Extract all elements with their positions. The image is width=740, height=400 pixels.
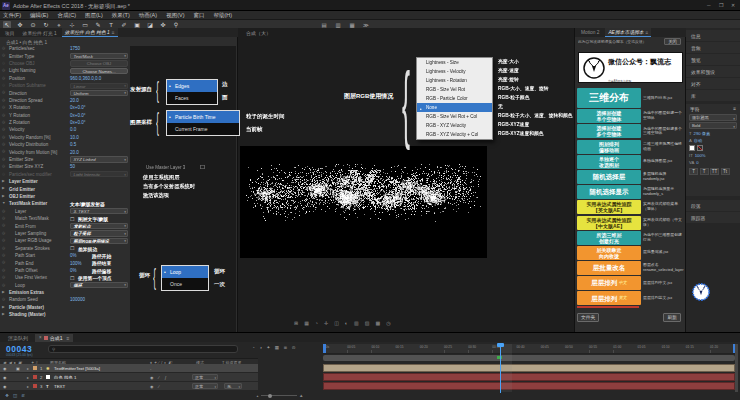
property-dropdown[interactable]: XYZ Linked▾ [70, 156, 128, 162]
wechat-banner[interactable]: 微信公众号：飘流志 分享AE脚本与教程 [578, 52, 683, 83]
property-value[interactable]: 1750 [70, 46, 80, 51]
snapshot-icon[interactable]: ◫ [334, 320, 339, 326]
twirl-icon[interactable] [2, 179, 5, 183]
script-button[interactable]: 随机选择显示 [577, 185, 641, 199]
twirl-icon[interactable] [2, 209, 5, 213]
notice-close-button[interactable]: 关闭 [664, 38, 681, 45]
property-dropdown[interactable]: 发射起点▾ [70, 223, 128, 229]
script-button[interactable]: 随机选择层 [577, 170, 641, 184]
master-layer-checkbox[interactable]: ☐ [200, 164, 205, 170]
property-dropdown[interactable]: Text/Mask▾ [70, 53, 128, 59]
property-value[interactable]: 20.0 [70, 98, 79, 103]
property-value[interactable]: 0.0 [70, 127, 76, 132]
tab-motion2[interactable]: Motion 2 [578, 29, 602, 36]
in-out-columns-icon[interactable]: ≋ [21, 393, 25, 398]
zoom-out-icon[interactable]: ▲ [256, 394, 259, 398]
menu-option[interactable]: •RGB - Particle Color [417, 94, 492, 103]
crosshair-icon[interactable]: ✛ [324, 320, 328, 326]
time-icon[interactable]: ◷ [386, 320, 390, 326]
panel-menu-icon[interactable]: ≡ [112, 30, 115, 35]
menu-option[interactable]: •Lightness - Rotation [417, 76, 492, 85]
twirl-icon[interactable] [2, 216, 5, 220]
property-button[interactable]: Choose Names... [70, 68, 128, 74]
property-checkbox[interactable]: ☐ [70, 245, 74, 251]
property-dropdown[interactable]: Linear▾ [70, 83, 128, 89]
twirl-icon[interactable] [2, 312, 5, 316]
menu-item[interactable]: 图层(L) [85, 12, 103, 19]
search-layers-icon[interactable]: ⊙ [292, 345, 296, 350]
twirl-icon[interactable] [2, 297, 5, 301]
dock-panel-header[interactable]: 信息 [686, 30, 740, 41]
twirl-icon[interactable] [2, 46, 5, 50]
dock-panel-header[interactable]: 音频 [686, 42, 740, 53]
font-style-select[interactable]: Bold [689, 122, 737, 129]
property-value[interactable]: 0x+0.0° [70, 113, 85, 118]
fill-color-swatch[interactable] [689, 145, 695, 151]
property-checkbox[interactable]: ☐ [70, 275, 74, 281]
menu-option[interactable]: •Edges [167, 80, 217, 92]
property-value[interactable]: 0% [70, 268, 77, 273]
layer-duration-bar[interactable] [323, 373, 735, 381]
dock-panel-header[interactable]: 对齐 [686, 78, 740, 89]
channels-icon[interactable]: ◐ [345, 320, 348, 326]
twirl-icon[interactable] [2, 194, 5, 198]
twirl-icon[interactable] [2, 253, 5, 257]
property-value[interactable]: 960.0,360.0,0.0 [70, 76, 101, 81]
menu-item[interactable]: 视图(V) [166, 12, 184, 19]
twirl-icon[interactable] [2, 142, 5, 146]
twirl-icon[interactable] [2, 157, 5, 161]
script-button[interactable]: 层批量改名 [577, 261, 641, 275]
tab-script-market[interactable]: AE脚本市场脚本≡ [605, 28, 651, 37]
tab-project[interactable]: 项目 [2, 29, 18, 37]
twirl-icon[interactable] [2, 283, 5, 287]
menu-option[interactable]: •Lightness - Velocity [417, 67, 492, 76]
twirl-icon[interactable] [2, 186, 5, 190]
panel-menu-icon[interactable]: ≡ [733, 106, 736, 112]
tab-effect-controls-light[interactable]: 效果控件 灯光 1 [20, 29, 60, 37]
timeline-zoom-slider[interactable]: ▲ ▲ [256, 393, 303, 398]
magnification-icon[interactable]: ⊞ [294, 320, 298, 326]
twirl-icon[interactable] [2, 98, 5, 102]
script-button[interactable]: 选择层创建 单个空物体 [577, 109, 641, 123]
twirl-icon[interactable] [2, 90, 5, 94]
close-button[interactable]: ✕ [731, 2, 735, 8]
mask-visibility-icon[interactable]: ◔ [315, 320, 318, 326]
script-button[interactable]: 选择层创建 多个空物体 [577, 124, 641, 138]
twirl-icon[interactable] [2, 164, 5, 168]
font-size-value[interactable]: 290 像素 [694, 131, 711, 136]
font-family-select[interactable]: 微软雅黑 [689, 114, 737, 121]
playhead-handle[interactable] [497, 343, 504, 347]
menu-item[interactable]: 编辑(E) [30, 12, 48, 19]
zoom-in-icon[interactable]: ▲ [299, 393, 303, 398]
property-value[interactable]: 0x+0.0° [70, 120, 85, 125]
tab-effect-controls-solid[interactable]: 效果控件 白色 纯色 1≡ [62, 28, 118, 37]
layer-duration-bar[interactable] [323, 382, 735, 390]
property-value[interactable]: 0% [70, 253, 77, 258]
time-ruler[interactable]: :00s00:0500:1000:1500:2000:2500:3000:350… [323, 344, 735, 354]
twirl-icon[interactable] [2, 105, 5, 109]
dock-panel-header[interactable]: 效果和预设 [686, 66, 740, 77]
menu-option[interactable]: •Current Frame [167, 123, 239, 135]
property-dropdown[interactable]: 图层RGB使用情况▾ [70, 238, 128, 244]
twirl-icon[interactable] [2, 172, 5, 176]
twirl-icon[interactable] [2, 223, 5, 227]
twirl-icon[interactable] [2, 246, 5, 250]
dock-panel-header[interactable]: 跟踪器 [686, 212, 740, 223]
script-button[interactable]: 所选三维层 创建灯光 [577, 231, 641, 245]
graph-editor-icon[interactable]: ≣ [283, 345, 287, 350]
twirl-icon[interactable] [2, 260, 5, 264]
timeline-scrollbar[interactable] [735, 344, 738, 392]
script-button[interactable]: 实用表达式属性追踪 【英文版AE】 [577, 200, 641, 214]
tab-composition-viewer[interactable]: 合成（大） [246, 30, 271, 36]
panel-menu-icon[interactable]: ≡ [646, 30, 649, 35]
minimize-button[interactable]: ─ [707, 2, 711, 8]
tab-close-icon[interactable]: × [39, 335, 42, 340]
dock-panel-header[interactable]: 预览 [686, 54, 740, 65]
twirl-icon[interactable] [2, 275, 5, 279]
twirl-icon[interactable] [2, 120, 5, 124]
menu-option[interactable]: •Once [162, 278, 208, 290]
tab-composition-timeline[interactable]: × 合成1 ≡ [35, 334, 73, 342]
twirl-icon[interactable] [2, 149, 5, 153]
twirl-icon[interactable] [2, 83, 5, 87]
twirl-icon[interactable] [2, 305, 5, 309]
